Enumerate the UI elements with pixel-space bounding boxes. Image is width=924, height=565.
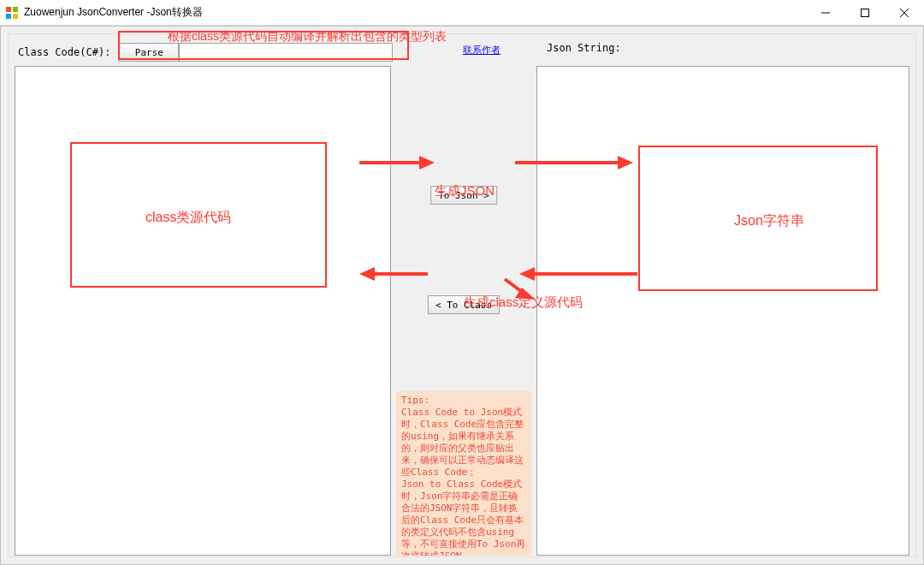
window-title: Zuowenjun JsonConverter -Json转换器 [24, 5, 806, 20]
contact-author-link[interactable]: 联系作者 [463, 44, 500, 56]
svg-rect-2 [6, 14, 11, 19]
app-icon [5, 6, 19, 20]
titlebar: Zuowenjun JsonConverter -Json转换器 [0, 0, 924, 26]
toolbar-row: Class Code(C#): Parse 联系作者 Json String: [18, 40, 906, 64]
svg-line-6 [900, 9, 909, 17]
middle-panel: To Json > < To Class Tips: Class Code to… [391, 66, 536, 556]
tips-body: Class Code to Json模式时，Class Code应包含完整的us… [401, 407, 525, 556]
window-body: Class Code(C#): Parse 联系作者 Json String: … [0, 26, 924, 565]
parse-button[interactable]: Parse [119, 43, 179, 62]
class-code-panel [15, 66, 391, 556]
svg-rect-5 [862, 9, 869, 16]
to-json-button[interactable]: To Json > [430, 186, 497, 205]
json-string-label: Json String: [547, 42, 621, 54]
window-controls [806, 0, 924, 25]
maximize-button[interactable] [845, 0, 885, 25]
class-code-textarea[interactable] [15, 66, 391, 556]
class-code-label: Class Code(C#): [18, 46, 110, 58]
json-string-panel [536, 66, 909, 556]
svg-rect-1 [13, 7, 18, 12]
svg-rect-0 [6, 7, 11, 12]
svg-line-7 [900, 9, 909, 17]
svg-rect-3 [13, 14, 18, 19]
minimize-button[interactable] [806, 0, 845, 25]
class-type-combo[interactable] [179, 43, 393, 62]
to-class-button[interactable]: < To Class [428, 295, 500, 314]
json-string-textarea[interactable] [536, 66, 909, 556]
tips-box: Tips: Class Code to Json模式时，Class Code应包… [396, 391, 531, 556]
close-button[interactable] [885, 0, 924, 25]
tips-heading: Tips: [401, 395, 429, 406]
